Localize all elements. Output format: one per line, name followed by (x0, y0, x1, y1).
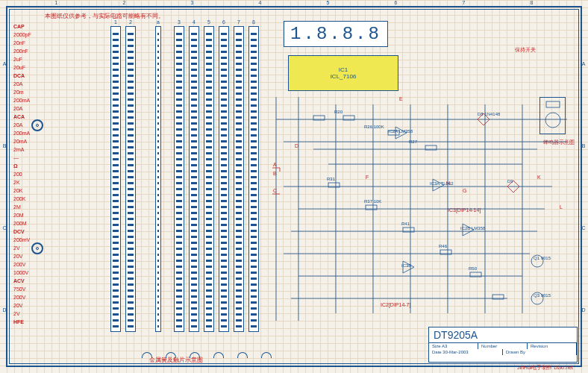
schematic-wiring: AB CD EF GH KL R20R26 100K R27R31 R37 10… (0, 0, 588, 373)
svg-text:R41: R41 (401, 222, 410, 226)
svg-text:R26 100K: R26 100K (364, 125, 384, 129)
svg-text:L: L (560, 204, 563, 210)
svg-text:Q3 9015: Q3 9015 (534, 293, 551, 298)
svg-text:R50: R50 (469, 266, 478, 271)
svg-text:R46: R46 (439, 244, 448, 248)
svg-text:R27: R27 (409, 140, 418, 144)
contact-symbols (142, 352, 272, 358)
svg-text:A: A (273, 162, 277, 167)
svg-text:IC3A TL062: IC3A TL062 (430, 181, 454, 186)
svg-text:D8 1N4148: D8 1N4148 (478, 112, 501, 116)
svg-text:IC3B: IC3B (401, 263, 411, 268)
svg-text:F: F (366, 175, 369, 180)
svg-text:K: K (537, 175, 541, 180)
svg-text:IC2A LM358: IC2A LM358 (388, 129, 413, 134)
svg-text:IC2B LM358: IC2B LM358 (460, 226, 486, 231)
svg-text:C: C (273, 188, 277, 193)
svg-text:G: G (463, 188, 466, 193)
svg-text:R20: R20 (334, 110, 343, 114)
drawing-title: DT9205A (429, 327, 577, 343)
title-block: DT9205A Size A3 Number Revision Date 30-… (428, 327, 578, 363)
svg-text:D: D (295, 143, 298, 148)
svg-text:B: B (273, 171, 277, 176)
svg-text:R37 10K: R37 10K (364, 199, 381, 204)
svg-text:Q1 9015: Q1 9015 (534, 256, 551, 260)
svg-text:D9: D9 (507, 179, 513, 184)
svg-text:E: E (399, 96, 403, 101)
svg-text:R31: R31 (327, 177, 336, 181)
